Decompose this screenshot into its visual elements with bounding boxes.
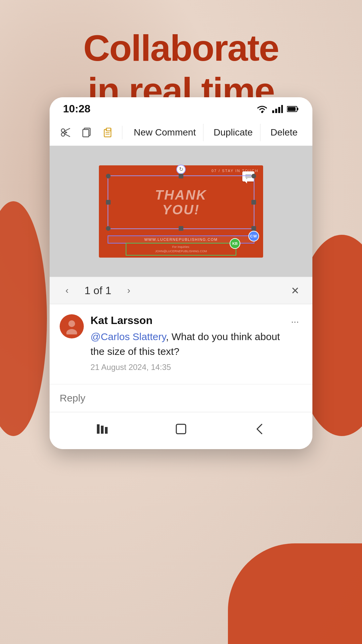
handle-tl[interactable]	[106, 174, 111, 178]
inquiry-box: For Inquiries: JOHN@LUCERNEPUBLISHING.CO…	[126, 243, 236, 255]
handle-bl[interactable]	[106, 226, 111, 231]
phone-mockup: 10:28	[50, 97, 312, 449]
paste-icon	[103, 127, 114, 138]
comment-mention: @Carlos Slattery	[90, 331, 166, 342]
toolbar: New Comment Duplicate Delete	[50, 119, 312, 146]
comment-item: Kat Larsson @Carlos Slattery, What do yo…	[60, 314, 302, 372]
handle-bm[interactable]	[179, 226, 183, 231]
back-button[interactable]	[246, 419, 273, 439]
prev-page-button[interactable]: ‹	[60, 283, 74, 298]
duplicate-button[interactable]: Duplicate	[206, 124, 260, 141]
url-text: WWW.LUCERNEPUBLISHING.COM	[144, 237, 218, 241]
svg-line-10	[64, 128, 70, 131]
svg-rect-6	[297, 108, 298, 110]
handle-tm[interactable]	[179, 174, 183, 178]
cut-button[interactable]	[56, 123, 75, 142]
badge-kb: KB	[230, 238, 240, 249]
pagination-text: 1 of 1	[84, 284, 111, 297]
menu-icon	[95, 423, 110, 435]
selection-box: ↻ THANKYOU!	[108, 175, 254, 229]
bottom-nav	[50, 412, 312, 449]
menu-button[interactable]	[89, 419, 116, 439]
paste-button[interactable]	[99, 123, 118, 142]
delete-button[interactable]: Delete	[263, 124, 305, 141]
comment-bubble-icon	[242, 171, 254, 181]
badge-cw: CW	[248, 231, 259, 241]
toolbar-divider-1	[122, 126, 122, 139]
copy-button[interactable]	[78, 123, 97, 142]
pagination-nav: ‹ 1 of 1 ›	[60, 283, 136, 298]
svg-line-11	[64, 134, 70, 137]
new-comment-button[interactable]: New Comment	[126, 124, 203, 141]
svg-rect-18	[107, 128, 110, 130]
next-page-button[interactable]: ›	[121, 283, 136, 298]
svg-rect-2	[275, 109, 277, 113]
svg-point-22	[66, 329, 77, 334]
comment-timestamp: 21 August 2024, 14:35	[90, 363, 281, 372]
avatar	[60, 314, 84, 338]
home-button[interactable]	[168, 419, 194, 439]
pagination-bar: ‹ 1 of 1 › ✕	[50, 277, 312, 304]
svg-point-9	[61, 133, 65, 136]
svg-point-8	[61, 129, 65, 132]
svg-rect-4	[281, 105, 283, 113]
back-icon	[252, 422, 267, 436]
home-icon	[174, 422, 188, 436]
status-icons	[256, 105, 299, 113]
reply-bar	[50, 384, 312, 412]
svg-rect-23	[97, 424, 100, 434]
inquiry-text: For Inquiries: JOHN@LUCERNEPUBLISHING.CO…	[129, 245, 233, 253]
comment-author: Kat Larsson	[90, 314, 281, 327]
battery-icon	[287, 106, 299, 112]
rotate-handle[interactable]: ↻	[176, 165, 186, 174]
inquiry-email: JOHN@LUCERNEPUBLISHING.COM	[155, 250, 207, 253]
comment-body: @Carlos Slattery, What do you think abou…	[90, 329, 281, 359]
svg-rect-24	[101, 426, 104, 434]
svg-point-21	[68, 320, 75, 327]
inquiry-label: For Inquiries:	[172, 245, 190, 249]
svg-rect-1	[272, 110, 274, 113]
comment-more-button[interactable]: ···	[288, 314, 302, 329]
svg-rect-3	[278, 107, 280, 113]
status-bar: 10:28	[50, 97, 312, 119]
scissors-icon	[60, 127, 71, 138]
handle-ml[interactable]	[106, 200, 111, 205]
thank-you-text: THANKYOU!	[108, 187, 254, 217]
close-button[interactable]: ✕	[288, 283, 302, 298]
svg-rect-25	[105, 427, 108, 434]
svg-rect-15	[83, 129, 89, 137]
svg-rect-7	[288, 107, 296, 111]
svg-rect-26	[176, 424, 186, 434]
svg-line-13	[64, 132, 67, 133]
handle-mr[interactable]	[251, 200, 256, 205]
reply-input[interactable]	[60, 392, 302, 404]
status-time: 10:28	[63, 103, 90, 115]
wifi-icon	[256, 105, 268, 113]
copy-icon	[81, 127, 93, 138]
svg-point-0	[261, 111, 263, 113]
signal-icon	[272, 105, 283, 113]
hero-line1: Collaborate	[0, 27, 362, 69]
comments-section: Kat Larsson @Carlos Slattery, What do yo…	[50, 304, 312, 384]
canvas-area: 07 / STAY IN TOUCH ↻	[50, 146, 312, 277]
handle-br[interactable]	[251, 226, 256, 231]
slide: 07 / STAY IN TOUCH ↻	[99, 165, 263, 258]
comment-meta: Kat Larsson @Carlos Slattery, What do yo…	[90, 314, 281, 372]
